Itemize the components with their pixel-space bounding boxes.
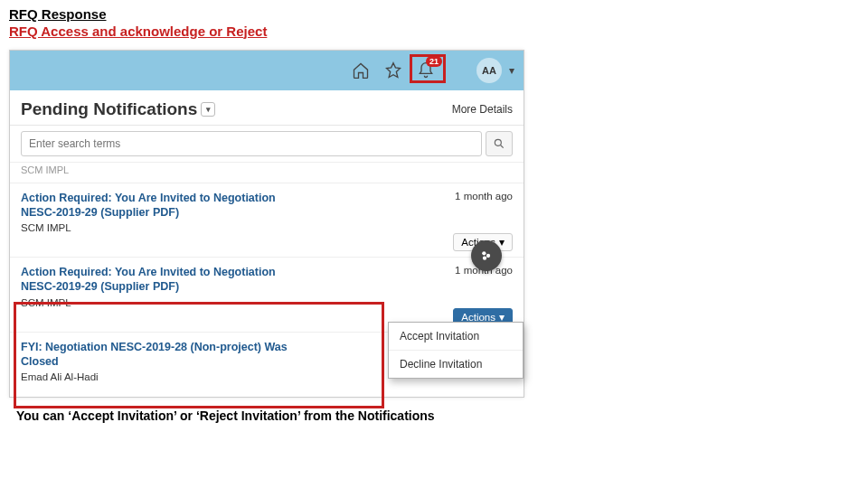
panel-title[interactable]: Pending Notifications ▾ xyxy=(21,99,215,119)
list-item[interactable]: Action Required: You Are Invited to Nego… xyxy=(10,183,524,258)
avatar[interactable]: AA xyxy=(476,58,502,83)
page-subheading: RFQ Access and acknowledge or Reject xyxy=(0,23,868,46)
topbar: 21 AA ▾ xyxy=(10,51,524,90)
chevron-down-icon: ▾ xyxy=(499,236,505,249)
notifications-panel-screenshot: 21 AA ▾ Pending Notifications ▾ More Det… xyxy=(9,50,524,399)
svg-point-0 xyxy=(495,139,501,145)
page-heading: RFQ Response xyxy=(0,0,868,23)
list-item-subtitle: SCM IMPL xyxy=(21,222,513,233)
svg-point-1 xyxy=(482,251,486,255)
list-item-truncated: SCM IMPL xyxy=(10,162,524,183)
floating-action-button[interactable] xyxy=(471,240,502,271)
actions-dropdown-menu: Accept Invitation Decline Invitation xyxy=(388,322,524,379)
highlight-box-bell xyxy=(410,54,446,83)
home-icon[interactable] xyxy=(350,60,372,81)
search-input[interactable] xyxy=(21,131,482,156)
search-button[interactable] xyxy=(486,131,513,156)
menu-item-decline[interactable]: Decline Invitation xyxy=(389,351,523,378)
svg-point-3 xyxy=(483,256,486,259)
search-row xyxy=(10,126,524,162)
chevron-down-icon[interactable]: ▾ xyxy=(509,64,514,77)
svg-point-2 xyxy=(486,253,490,257)
panel-title-dropdown-icon[interactable]: ▾ xyxy=(201,102,215,117)
panel-title-text: Pending Notifications xyxy=(21,99,197,119)
more-details-link[interactable]: More Details xyxy=(452,103,513,116)
panel-header: Pending Notifications ▾ More Details xyxy=(10,90,524,126)
list-item-title: Action Required: You Are Invited to Nego… xyxy=(21,265,513,295)
highlight-box-items xyxy=(14,302,384,408)
star-icon[interactable] xyxy=(382,60,404,81)
list-item-timestamp: 1 month ago xyxy=(455,191,513,202)
notifications-bell[interactable]: 21 xyxy=(415,60,437,81)
menu-item-accept[interactable]: Accept Invitation xyxy=(389,323,523,351)
list-item-title: Action Required: You Are Invited to Nego… xyxy=(21,191,513,221)
